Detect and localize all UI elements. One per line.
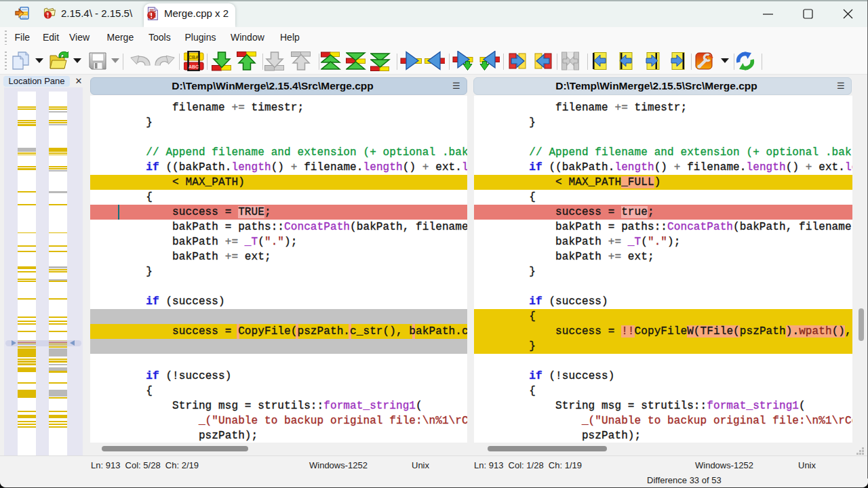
svg-text:CBA: CBA (189, 55, 199, 60)
svg-text:ABC: ABC (189, 64, 199, 69)
